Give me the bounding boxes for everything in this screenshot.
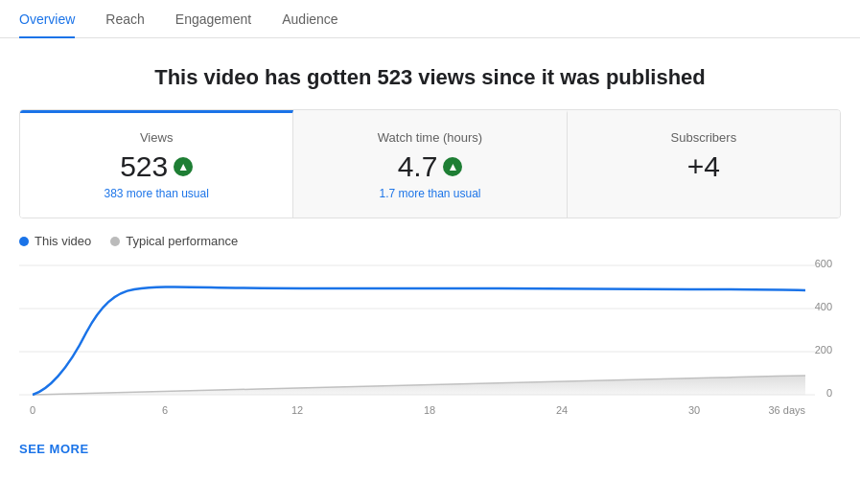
svg-text:0: 0 xyxy=(826,387,832,399)
stats-container: Views 523 ▲ 383 more than usual Watch ti… xyxy=(19,109,841,218)
views-sub: 383 more than usual xyxy=(39,187,273,200)
stat-card-subscribers[interactable]: Subscribers +4 xyxy=(568,110,840,218)
legend-this-video: This video xyxy=(19,234,91,248)
svg-text:600: 600 xyxy=(815,258,832,269)
subscribers-value: +4 xyxy=(587,150,821,183)
tab-reach[interactable]: Reach xyxy=(105,11,144,38)
typical-label: Typical performance xyxy=(126,234,238,248)
tab-overview[interactable]: Overview xyxy=(19,11,75,38)
watchtime-label: Watch time (hours) xyxy=(313,130,546,145)
svg-text:30: 30 xyxy=(688,404,700,416)
svg-text:200: 200 xyxy=(815,344,832,355)
svg-text:6: 6 xyxy=(162,404,168,416)
svg-text:36 days: 36 days xyxy=(768,404,805,416)
this-video-label: This video xyxy=(35,234,91,248)
svg-text:400: 400 xyxy=(815,301,832,312)
tab-bar: Overview Reach Engagement Audience xyxy=(0,0,860,38)
views-up-arrow: ▲ xyxy=(174,157,193,176)
tab-audience[interactable]: Audience xyxy=(282,11,337,38)
chart-legend: This video Typical performance xyxy=(0,218,860,256)
typical-dot xyxy=(110,237,120,246)
svg-text:24: 24 xyxy=(556,404,568,416)
watchtime-sub: 1.7 more than usual xyxy=(313,187,546,200)
svg-text:18: 18 xyxy=(424,404,435,416)
views-label: Views xyxy=(39,130,273,145)
chart-svg: 600 400 200 0 0 6 12 18 24 30 36 days xyxy=(19,256,841,428)
see-more-link[interactable]: SEE MORE xyxy=(0,428,860,470)
views-value: 523 ▲ xyxy=(39,150,273,183)
stat-card-watchtime[interactable]: Watch time (hours) 4.7 ▲ 1.7 more than u… xyxy=(293,110,567,218)
svg-text:12: 12 xyxy=(291,404,303,416)
this-video-dot xyxy=(19,237,29,246)
stat-card-views[interactable]: Views 523 ▲ 383 more than usual xyxy=(20,110,293,218)
chart-area: 600 400 200 0 0 6 12 18 24 30 36 days xyxy=(0,256,860,428)
watchtime-value: 4.7 ▲ xyxy=(313,150,546,183)
tab-engagement[interactable]: Engagement xyxy=(175,11,251,38)
legend-typical: Typical performance xyxy=(110,234,238,248)
watchtime-up-arrow: ▲ xyxy=(443,157,462,176)
subscribers-label: Subscribers xyxy=(587,130,821,145)
page-headline: This video has gotten 523 views since it… xyxy=(0,38,860,109)
svg-text:0: 0 xyxy=(30,404,35,416)
